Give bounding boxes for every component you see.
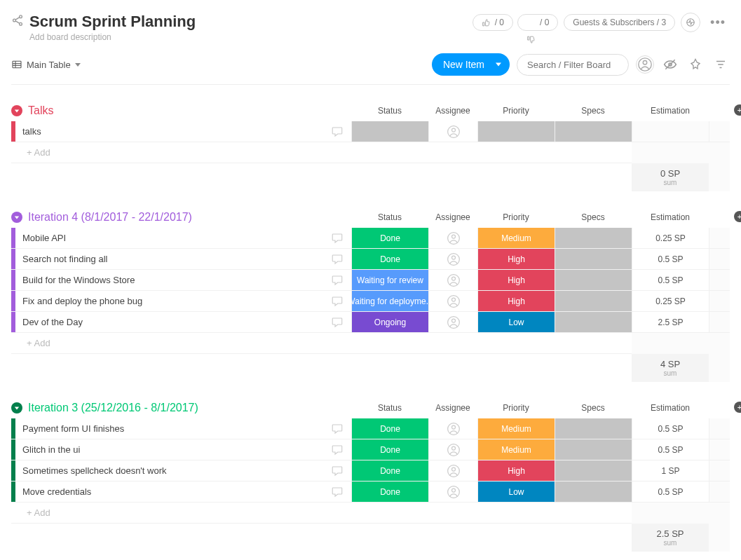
item-name-cell[interactable]: Fix and deploy the phone bug bbox=[15, 291, 323, 311]
column-specs-header[interactable]: Specs bbox=[555, 403, 632, 413]
priority-cell[interactable]: High bbox=[477, 270, 555, 290]
estimation-cell[interactable]: 0.5 SP bbox=[632, 418, 709, 439]
conversation-icon[interactable] bbox=[323, 228, 351, 248]
status-cell[interactable]: Waiting for deployme... bbox=[351, 291, 428, 311]
add-column-button[interactable]: + bbox=[734, 402, 741, 413]
estimation-cell[interactable]: 0.25 SP bbox=[632, 228, 709, 248]
column-assignee-header[interactable]: Assignee bbox=[428, 106, 477, 116]
item-name-cell[interactable]: Search not finding all bbox=[15, 249, 323, 269]
assignee-cell[interactable] bbox=[428, 460, 477, 481]
board-description[interactable]: Add board description bbox=[29, 32, 196, 42]
status-cell[interactable]: Done bbox=[351, 418, 428, 439]
status-cell[interactable]: Done bbox=[351, 228, 428, 248]
priority-cell[interactable]: High bbox=[477, 249, 555, 269]
assignee-cell[interactable] bbox=[428, 291, 477, 311]
filter-icon[interactable] bbox=[712, 55, 730, 74]
priority-cell[interactable]: High bbox=[477, 460, 555, 481]
status-cell[interactable]: Done bbox=[351, 482, 428, 502]
estimation-cell[interactable]: 0.5 SP bbox=[632, 249, 709, 269]
likes-pill[interactable]: / 0 bbox=[473, 14, 513, 31]
column-status-header[interactable]: Status bbox=[351, 106, 428, 116]
guests-pill[interactable]: Guests & Subscribers / 3 bbox=[564, 14, 675, 31]
add-item-label[interactable]: + Add bbox=[15, 338, 351, 348]
assignee-cell[interactable] bbox=[428, 249, 477, 269]
group-title[interactable]: Talks bbox=[28, 104, 53, 117]
estimation-cell[interactable]: 2.5 SP bbox=[632, 312, 709, 332]
assignee-cell[interactable] bbox=[428, 418, 477, 439]
status-cell[interactable]: Done bbox=[351, 439, 428, 460]
column-specs-header[interactable]: Specs bbox=[555, 212, 632, 222]
item-name-cell[interactable]: Move credentials bbox=[15, 482, 323, 502]
conversation-icon[interactable] bbox=[323, 121, 351, 142]
collapse-group-icon[interactable] bbox=[11, 212, 22, 223]
add-item-label[interactable]: + Add bbox=[15, 507, 351, 518]
conversation-icon[interactable] bbox=[323, 270, 351, 290]
item-name-cell[interactable]: Mobile API bbox=[15, 228, 323, 248]
collapse-group-icon[interactable] bbox=[11, 402, 22, 414]
assignee-cell[interactable] bbox=[428, 270, 477, 290]
group-title[interactable]: Iteration 3 (25/12/2016 - 8/1/2017) bbox=[28, 402, 198, 414]
new-item-button[interactable]: New Item bbox=[432, 53, 510, 76]
add-item-row[interactable]: + Add bbox=[11, 503, 730, 524]
board-title[interactable]: Scrum Sprint Planning bbox=[29, 13, 196, 31]
item-name-cell[interactable]: talks bbox=[15, 121, 323, 142]
specs-cell[interactable] bbox=[555, 418, 632, 439]
status-cell[interactable]: Done bbox=[351, 249, 428, 269]
estimation-cell[interactable] bbox=[632, 121, 709, 142]
add-column-button[interactable]: + bbox=[734, 211, 741, 222]
item-name-cell[interactable]: Payment form UI finishes bbox=[15, 418, 323, 439]
column-status-header[interactable]: Status bbox=[351, 212, 428, 222]
column-specs-header[interactable]: Specs bbox=[555, 106, 632, 116]
add-column-button[interactable]: + bbox=[734, 104, 741, 116]
conversation-icon[interactable] bbox=[323, 291, 351, 311]
priority-cell[interactable]: Low bbox=[477, 312, 555, 332]
estimation-cell[interactable]: 1 SP bbox=[632, 460, 709, 481]
column-assignee-header[interactable]: Assignee bbox=[428, 403, 477, 413]
column-priority-header[interactable]: Priority bbox=[477, 106, 555, 116]
column-estimation-header[interactable]: Estimation bbox=[632, 106, 709, 116]
collapse-group-icon[interactable] bbox=[11, 105, 22, 116]
status-cell[interactable]: Done bbox=[351, 460, 428, 481]
column-priority-header[interactable]: Priority bbox=[477, 403, 555, 413]
item-name-cell[interactable]: Glitch in the ui bbox=[15, 439, 323, 460]
specs-cell[interactable] bbox=[555, 228, 632, 248]
specs-cell[interactable] bbox=[555, 439, 632, 460]
add-item-row[interactable]: + Add bbox=[11, 333, 730, 354]
board-search-input[interactable] bbox=[517, 54, 629, 76]
views-pill[interactable]: / 0 bbox=[517, 14, 558, 31]
add-item-row[interactable]: + Add bbox=[11, 142, 730, 163]
assignee-cell[interactable] bbox=[428, 228, 477, 248]
column-priority-header[interactable]: Priority bbox=[477, 212, 555, 222]
assignee-cell[interactable] bbox=[428, 121, 477, 142]
priority-cell[interactable] bbox=[477, 121, 555, 142]
column-assignee-header[interactable]: Assignee bbox=[428, 212, 477, 222]
assignee-cell[interactable] bbox=[428, 439, 477, 460]
item-name-cell[interactable]: Dev of the Day bbox=[15, 312, 323, 332]
pin-icon[interactable] bbox=[686, 55, 705, 74]
activity-icon[interactable] bbox=[681, 13, 700, 32]
conversation-icon[interactable] bbox=[323, 482, 351, 502]
specs-cell[interactable] bbox=[555, 291, 632, 311]
item-name-cell[interactable]: Build for the Windows Store bbox=[15, 270, 323, 290]
estimation-cell[interactable]: 0.25 SP bbox=[632, 291, 709, 311]
estimation-cell[interactable]: 0.5 SP bbox=[632, 482, 709, 502]
specs-cell[interactable] bbox=[555, 270, 632, 290]
person-filter-icon[interactable] bbox=[636, 55, 654, 74]
estimation-cell[interactable]: 0.5 SP bbox=[632, 439, 709, 460]
share-icon[interactable] bbox=[11, 14, 24, 27]
priority-cell[interactable]: Medium bbox=[477, 439, 555, 460]
assignee-cell[interactable] bbox=[428, 312, 477, 332]
estimation-cell[interactable]: 0.5 SP bbox=[632, 270, 709, 290]
priority-cell[interactable]: Medium bbox=[477, 228, 555, 248]
conversation-icon[interactable] bbox=[323, 312, 351, 332]
item-name-cell[interactable]: Sometimes spellcheck doesn't work bbox=[15, 460, 323, 481]
more-options-icon[interactable]: ••• bbox=[706, 15, 730, 30]
priority-cell[interactable]: Low bbox=[477, 482, 555, 502]
status-cell[interactable] bbox=[351, 121, 428, 142]
conversation-icon[interactable] bbox=[323, 418, 351, 439]
specs-cell[interactable] bbox=[555, 482, 632, 502]
group-title[interactable]: Iteration 4 (8/1/2017 - 22/1/2017) bbox=[28, 211, 192, 224]
priority-cell[interactable]: High bbox=[477, 291, 555, 311]
specs-cell[interactable] bbox=[555, 249, 632, 269]
assignee-cell[interactable] bbox=[428, 482, 477, 502]
